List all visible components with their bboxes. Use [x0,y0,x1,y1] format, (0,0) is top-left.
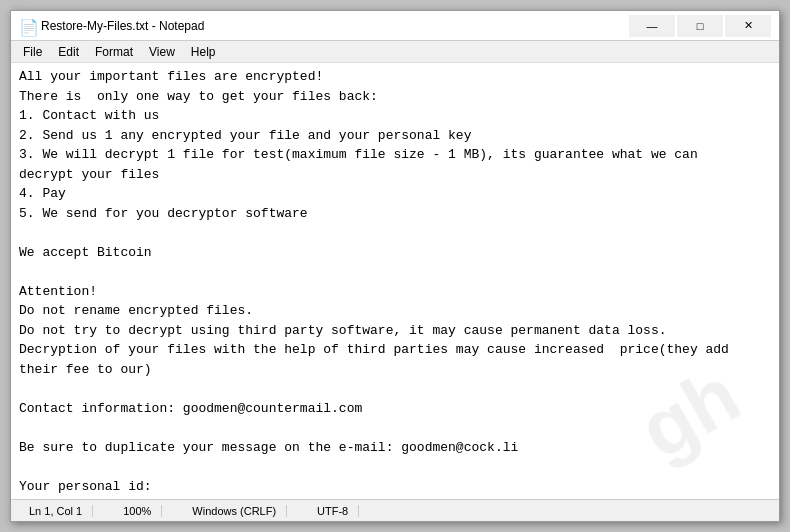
menu-edit[interactable]: Edit [50,43,87,61]
menu-file[interactable]: File [15,43,50,61]
status-bar: Ln 1, Col 1 100% Windows (CRLF) UTF-8 [11,499,779,521]
close-button[interactable]: ✕ [725,15,771,37]
menu-format[interactable]: Format [87,43,141,61]
text-editor[interactable] [11,63,779,499]
app-icon: 📄 [19,18,35,34]
status-zoom: 100% [113,505,162,517]
status-line: Ln 1, Col 1 [19,505,93,517]
notepad-window: 📄 Restore-My-Files.txt - Notepad — □ ✕ F… [10,10,780,522]
status-encoding: Windows (CRLF) [182,505,287,517]
title-bar: 📄 Restore-My-Files.txt - Notepad — □ ✕ [11,11,779,41]
minimize-button[interactable]: — [629,15,675,37]
title-bar-controls: — □ ✕ [629,15,771,37]
status-charset: UTF-8 [307,505,359,517]
content-area: gh [11,63,779,499]
menu-help[interactable]: Help [183,43,224,61]
title-bar-left: 📄 Restore-My-Files.txt - Notepad [19,18,204,34]
maximize-button[interactable]: □ [677,15,723,37]
menu-view[interactable]: View [141,43,183,61]
menu-bar: File Edit Format View Help [11,41,779,63]
window-title: Restore-My-Files.txt - Notepad [41,19,204,33]
